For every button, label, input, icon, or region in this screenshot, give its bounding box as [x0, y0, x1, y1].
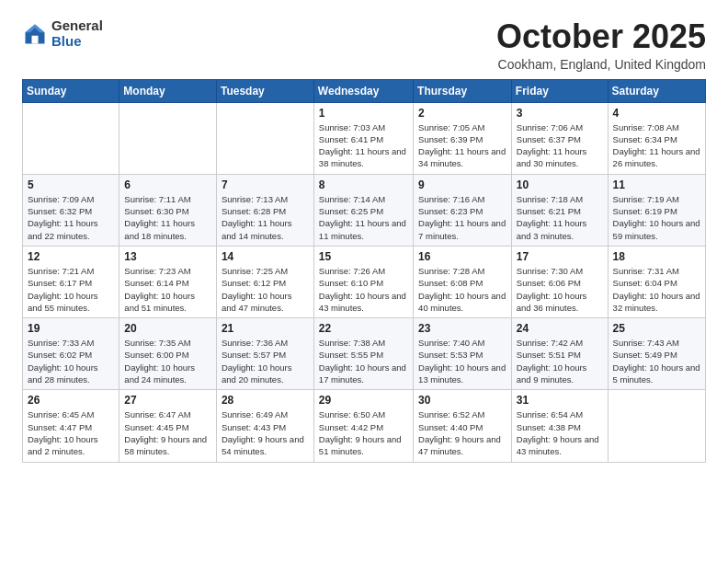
day-number: 25	[613, 322, 700, 335]
calendar-cell: 21Sunrise: 7:36 AM Sunset: 5:57 PM Dayli…	[216, 318, 313, 390]
day-number: 7	[222, 178, 309, 191]
calendar-cell: 2Sunrise: 7:05 AM Sunset: 6:39 PM Daylig…	[414, 102, 512, 174]
day-info: Sunrise: 7:03 AM Sunset: 6:41 PM Dayligh…	[319, 121, 408, 170]
calendar-cell: 9Sunrise: 7:16 AM Sunset: 6:23 PM Daylig…	[414, 174, 512, 246]
day-number: 27	[124, 394, 211, 407]
day-number: 11	[613, 178, 700, 191]
day-number: 24	[517, 322, 603, 335]
calendar-cell	[23, 102, 119, 174]
day-number: 5	[28, 178, 114, 191]
month-title: October 2025	[496, 18, 706, 55]
day-info: Sunrise: 7:11 AM Sunset: 6:30 PM Dayligh…	[124, 193, 211, 242]
col-wednesday: Wednesday	[313, 79, 413, 102]
day-info: Sunrise: 7:09 AM Sunset: 6:32 PM Dayligh…	[28, 193, 114, 242]
calendar-table: Sunday Monday Tuesday Wednesday Thursday…	[22, 79, 706, 463]
logo-blue-text: Blue	[51, 34, 103, 50]
day-info: Sunrise: 7:18 AM Sunset: 6:21 PM Dayligh…	[517, 193, 603, 242]
day-info: Sunrise: 7:21 AM Sunset: 6:17 PM Dayligh…	[28, 265, 114, 314]
day-info: Sunrise: 7:16 AM Sunset: 6:23 PM Dayligh…	[418, 193, 506, 242]
day-info: Sunrise: 7:19 AM Sunset: 6:19 PM Dayligh…	[613, 193, 700, 242]
calendar-cell: 28Sunrise: 6:49 AM Sunset: 4:43 PM Dayli…	[216, 390, 313, 462]
day-info: Sunrise: 7:40 AM Sunset: 5:53 PM Dayligh…	[418, 337, 506, 385]
col-thursday: Thursday	[414, 79, 512, 102]
day-info: Sunrise: 7:26 AM Sunset: 6:10 PM Dayligh…	[319, 265, 408, 314]
logo: General Blue	[22, 18, 103, 49]
day-info: Sunrise: 7:30 AM Sunset: 6:06 PM Dayligh…	[517, 265, 603, 314]
day-number: 15	[319, 250, 408, 263]
day-info: Sunrise: 6:49 AM Sunset: 4:43 PM Dayligh…	[222, 408, 309, 457]
day-number: 30	[418, 394, 506, 407]
day-info: Sunrise: 7:42 AM Sunset: 5:51 PM Dayligh…	[517, 337, 603, 385]
day-number: 8	[319, 178, 408, 191]
col-monday: Monday	[119, 79, 217, 102]
day-info: Sunrise: 7:38 AM Sunset: 5:55 PM Dayligh…	[319, 337, 408, 385]
location: Cookham, England, United Kingdom	[496, 57, 706, 72]
day-info: Sunrise: 6:52 AM Sunset: 4:40 PM Dayligh…	[418, 408, 506, 457]
calendar-cell: 25Sunrise: 7:43 AM Sunset: 5:49 PM Dayli…	[608, 318, 705, 390]
week-row-3: 12Sunrise: 7:21 AM Sunset: 6:17 PM Dayli…	[23, 246, 706, 317]
calendar-cell	[608, 390, 705, 462]
calendar-cell: 8Sunrise: 7:14 AM Sunset: 6:25 PM Daylig…	[313, 174, 413, 246]
day-number: 17	[517, 250, 603, 263]
calendar-cell: 14Sunrise: 7:25 AM Sunset: 6:12 PM Dayli…	[216, 246, 313, 317]
day-number: 28	[222, 394, 309, 407]
calendar-cell: 30Sunrise: 6:52 AM Sunset: 4:40 PM Dayli…	[414, 390, 512, 462]
day-number: 22	[319, 322, 408, 335]
calendar-cell: 29Sunrise: 6:50 AM Sunset: 4:42 PM Dayli…	[313, 390, 413, 462]
day-info: Sunrise: 7:14 AM Sunset: 6:25 PM Dayligh…	[319, 193, 408, 242]
day-number: 16	[418, 250, 506, 263]
day-number: 19	[28, 322, 114, 335]
day-info: Sunrise: 7:36 AM Sunset: 5:57 PM Dayligh…	[222, 337, 309, 385]
svg-rect-2	[32, 35, 39, 43]
header: General Blue October 2025 Cookham, Engla…	[22, 18, 706, 72]
day-info: Sunrise: 7:06 AM Sunset: 6:37 PM Dayligh…	[517, 121, 603, 170]
calendar-cell: 12Sunrise: 7:21 AM Sunset: 6:17 PM Dayli…	[23, 246, 119, 317]
day-number: 4	[613, 107, 700, 120]
calendar-cell: 26Sunrise: 6:45 AM Sunset: 4:47 PM Dayli…	[23, 390, 119, 462]
day-info: Sunrise: 7:33 AM Sunset: 6:02 PM Dayligh…	[28, 337, 114, 385]
day-number: 3	[517, 107, 603, 120]
title-block: October 2025 Cookham, England, United Ki…	[496, 18, 706, 72]
day-number: 9	[418, 178, 506, 191]
day-info: Sunrise: 7:13 AM Sunset: 6:28 PM Dayligh…	[222, 193, 309, 242]
logo-general-text: General	[51, 18, 103, 34]
day-number: 20	[124, 322, 211, 335]
day-info: Sunrise: 7:23 AM Sunset: 6:14 PM Dayligh…	[124, 265, 211, 314]
day-info: Sunrise: 6:50 AM Sunset: 4:42 PM Dayligh…	[319, 408, 408, 457]
day-number: 26	[28, 394, 114, 407]
day-info: Sunrise: 6:54 AM Sunset: 4:38 PM Dayligh…	[517, 408, 603, 457]
col-friday: Friday	[511, 79, 608, 102]
week-row-5: 26Sunrise: 6:45 AM Sunset: 4:47 PM Dayli…	[23, 390, 706, 462]
week-row-2: 5Sunrise: 7:09 AM Sunset: 6:32 PM Daylig…	[23, 174, 706, 246]
calendar-cell: 5Sunrise: 7:09 AM Sunset: 6:32 PM Daylig…	[23, 174, 119, 246]
calendar-cell: 6Sunrise: 7:11 AM Sunset: 6:30 PM Daylig…	[119, 174, 217, 246]
day-number: 18	[613, 250, 700, 263]
calendar-cell	[216, 102, 313, 174]
logo-text: General Blue	[51, 18, 103, 49]
calendar-cell: 3Sunrise: 7:06 AM Sunset: 6:37 PM Daylig…	[511, 102, 608, 174]
calendar-cell: 23Sunrise: 7:40 AM Sunset: 5:53 PM Dayli…	[414, 318, 512, 390]
day-info: Sunrise: 7:31 AM Sunset: 6:04 PM Dayligh…	[613, 265, 700, 314]
calendar-cell: 7Sunrise: 7:13 AM Sunset: 6:28 PM Daylig…	[216, 174, 313, 246]
calendar-cell	[119, 102, 217, 174]
col-tuesday: Tuesday	[216, 79, 313, 102]
col-saturday: Saturday	[608, 79, 705, 102]
calendar-cell: 1Sunrise: 7:03 AM Sunset: 6:41 PM Daylig…	[313, 102, 413, 174]
calendar-cell: 16Sunrise: 7:28 AM Sunset: 6:08 PM Dayli…	[414, 246, 512, 317]
calendar-cell: 11Sunrise: 7:19 AM Sunset: 6:19 PM Dayli…	[608, 174, 705, 246]
calendar-cell: 4Sunrise: 7:08 AM Sunset: 6:34 PM Daylig…	[608, 102, 705, 174]
day-number: 2	[418, 107, 506, 120]
calendar-header-row: Sunday Monday Tuesday Wednesday Thursday…	[23, 79, 706, 102]
day-number: 23	[418, 322, 506, 335]
calendar-cell: 13Sunrise: 7:23 AM Sunset: 6:14 PM Dayli…	[119, 246, 217, 317]
day-number: 14	[222, 250, 309, 263]
day-info: Sunrise: 7:25 AM Sunset: 6:12 PM Dayligh…	[222, 265, 309, 314]
logo-icon	[22, 21, 48, 47]
calendar-cell: 22Sunrise: 7:38 AM Sunset: 5:55 PM Dayli…	[313, 318, 413, 390]
day-number: 1	[319, 107, 408, 120]
day-number: 21	[222, 322, 309, 335]
day-number: 13	[124, 250, 211, 263]
calendar-cell: 19Sunrise: 7:33 AM Sunset: 6:02 PM Dayli…	[23, 318, 119, 390]
calendar-cell: 24Sunrise: 7:42 AM Sunset: 5:51 PM Dayli…	[511, 318, 608, 390]
day-info: Sunrise: 7:08 AM Sunset: 6:34 PM Dayligh…	[613, 121, 700, 170]
